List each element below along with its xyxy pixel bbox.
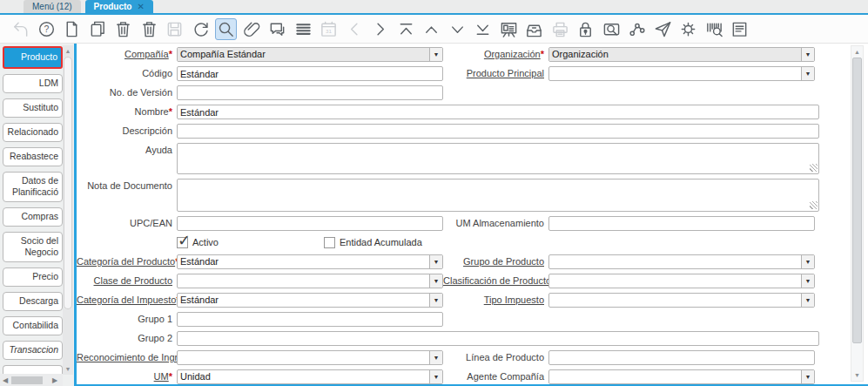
sidebar-tab-transaccion[interactable]: Transaccion [3,341,63,360]
sidebar-horizontal-scrollbar[interactable]: ◀ ▶ [0,374,63,386]
first-record-icon[interactable] [395,18,417,40]
tipo-impuesto-label[interactable]: Tipo Impuesto [443,293,548,308]
scroll-up-icon[interactable]: ▲ [851,47,863,57]
grupo-de-producto-combo-value[interactable] [549,255,801,268]
upc-ean-input[interactable] [177,216,443,231]
sidebar-tab-descarga[interactable]: Descarga [3,292,63,311]
reconocimiento-de-ingreso-combo-value[interactable] [178,351,429,364]
chevron-down-icon[interactable]: ▼ [801,67,814,80]
nombre-input[interactable] [177,105,819,119]
sidebar-tab-precio[interactable]: Precio [3,267,63,287]
lock-icon[interactable] [575,18,596,40]
compania-combo-value[interactable]: Compañía Estándar [178,48,429,61]
sidebar-scrollbar-thumb[interactable] [64,57,72,309]
entidad-acumulada-checkbox[interactable]: Entidad Acumulada [324,235,422,250]
resize-grip-icon[interactable] [810,201,818,209]
grupo-2-input[interactable] [177,331,819,346]
sidebar-tab-relacionado[interactable]: Relacionado [3,123,63,142]
sidebar-tab-datos-de-planificacio[interactable]: Datos de Planificació [3,172,63,202]
form-scrollbar-thumb[interactable] [852,58,862,343]
descripcion-input[interactable] [177,124,819,139]
report-design-icon[interactable] [729,18,750,40]
chevron-down-icon[interactable]: ▼ [801,274,814,288]
refresh-icon[interactable] [190,18,212,40]
sidebar-tab-socio-del-negocio[interactable]: Socio del Negocio [3,232,63,262]
codigo-input[interactable] [177,66,443,81]
organizacion-combo[interactable]: Organización▼ [548,47,815,62]
attachment-icon[interactable] [241,18,263,40]
nota-de-documento-textarea[interactable] [177,179,819,212]
form-vertical-scrollbar[interactable]: ▲ ▼ [851,45,864,382]
hscrollbar-thumb[interactable] [11,376,43,384]
detail-record-icon[interactable] [369,18,391,40]
agente-compania-combo-value[interactable] [549,370,801,383]
grupo-de-producto-label[interactable]: Grupo de Producto [443,254,548,269]
chevron-down-icon[interactable]: ▼ [429,294,442,307]
grid-toggle-icon[interactable] [293,18,314,40]
clase-de-producto-combo-value[interactable] [178,274,429,288]
linea-de-producto-input[interactable] [548,350,815,365]
activo-checkbox[interactable]: Activo [177,235,219,250]
next-record-icon[interactable] [447,18,468,40]
um-label[interactable]: UM* [77,369,177,384]
product-info-icon[interactable] [703,18,725,40]
new-record-icon[interactable] [61,18,83,40]
ayuda-textarea[interactable] [177,143,819,174]
categoria-del-impuesto-combo[interactable]: Estándar▼ [177,293,443,308]
sidebar-tab-ldm[interactable]: LDM [3,74,63,93]
organizacion-label[interactable]: Organización* [443,47,548,62]
close-tab-icon[interactable]: ✕ [137,0,144,13]
delete-selection-icon[interactable] [138,18,160,40]
checkbox-unchecked-icon[interactable] [324,237,335,248]
scroll-down-icon[interactable]: ▼ [63,364,73,374]
clasificacion-de-producto-combo-value[interactable] [549,274,801,288]
categoria-del-producto-label[interactable]: Categoría del Producto* [77,254,177,269]
archive-icon[interactable] [523,18,545,40]
categoria-del-producto-combo-value[interactable]: Estándar [178,255,429,268]
um-almacenamiento-input[interactable] [548,216,815,231]
agente-compania-combo[interactable]: ▼ [548,369,815,384]
chat-icon[interactable] [266,18,288,40]
workflow-icon[interactable] [626,18,648,40]
chevron-down-icon[interactable]: ▼ [429,255,442,268]
sidebar-tab-producto[interactable]: Producto [3,46,63,69]
last-record-icon[interactable] [472,18,494,40]
sidebar-vertical-scrollbar[interactable]: ▲ ▼ [63,45,73,375]
categoria-del-impuesto-label[interactable]: Categoría del Impuesto* [77,293,177,308]
send-request-icon[interactable] [652,18,674,40]
categoria-del-impuesto-combo-value[interactable]: Estándar [178,294,429,307]
um-combo[interactable]: Unidad▼ [177,369,443,384]
clasificacion-de-producto-combo[interactable]: ▼ [548,274,815,288]
chevron-down-icon[interactable]: ▼ [429,48,442,61]
chevron-down-icon[interactable]: ▼ [801,370,814,383]
tipo-impuesto-combo[interactable]: ▼ [548,293,815,308]
help-icon[interactable]: ? [36,18,57,40]
process-gear-icon[interactable] [677,18,699,40]
chevron-down-icon[interactable]: ▼ [801,48,814,61]
report-icon[interactable] [498,18,520,40]
clase-de-producto-label[interactable]: Clase de Producto [77,274,177,288]
chevron-down-icon[interactable]: ▼ [801,294,814,307]
delete-record-icon[interactable] [112,18,134,40]
sidebar-tab-reabastece[interactable]: Reabastece [3,147,63,166]
chevron-down-icon[interactable]: ▼ [801,255,814,268]
checkbox-checked-icon[interactable] [177,237,188,248]
tab-producto[interactable]: Producto ✕ [85,0,153,13]
copy-record-icon[interactable] [87,18,109,40]
organizacion-combo-value[interactable]: Organización [549,48,801,61]
sidebar-tab-contabilida[interactable]: Contabilida [3,316,63,335]
tipo-impuesto-combo-value[interactable] [549,294,801,307]
scroll-up-icon[interactable]: ▲ [63,46,73,56]
producto-principal-combo-value[interactable] [549,67,801,80]
no-de-version-input[interactable] [177,85,443,100]
clasificacion-de-producto-label[interactable]: Clasificación de Producto [443,274,548,288]
scroll-right-icon[interactable]: ▶ [50,376,60,384]
previous-record-icon[interactable] [421,18,442,40]
producto-principal-combo[interactable]: ▼ [548,66,815,81]
reconocimiento-de-ingreso-label[interactable]: Reconocimiento de Ingreso [77,350,177,365]
compania-combo[interactable]: Compañía Estándar▼ [177,47,443,62]
clase-de-producto-combo[interactable]: ▼ [177,274,443,288]
grupo-de-producto-combo[interactable]: ▼ [548,254,815,269]
chevron-down-icon[interactable]: ▼ [429,351,442,364]
chevron-down-icon[interactable]: ▼ [429,370,442,383]
